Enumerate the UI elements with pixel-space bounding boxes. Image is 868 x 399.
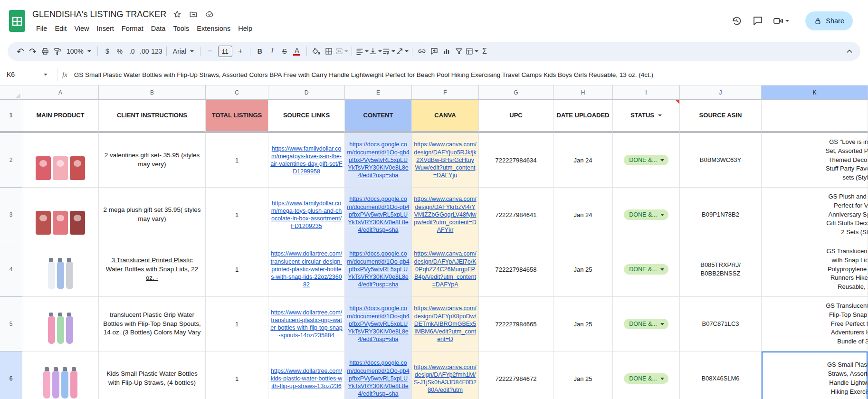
- header-date-uploaded[interactable]: DATE UPLOADED: [553, 100, 613, 133]
- cell-d4-source-link[interactable]: https://www.dollartree.com/translucent-c…: [268, 242, 345, 297]
- cell-h6-date[interactable]: Jan 25: [553, 352, 613, 399]
- merge-cells-icon[interactable]: [335, 45, 348, 58]
- star-icon[interactable]: [172, 9, 182, 19]
- undo-icon[interactable]: ↶: [14, 45, 27, 58]
- cell-g2-upc[interactable]: 722227984634: [479, 133, 553, 188]
- format-percent-icon[interactable]: %: [114, 45, 126, 58]
- cell-i3-status[interactable]: DONE &...: [613, 188, 680, 242]
- move-folder-icon[interactable]: [188, 9, 199, 19]
- link-text[interactable]: https://www.canva.com/design/DAFYpAJEj7o…: [414, 250, 477, 288]
- row-header-1[interactable]: 1: [0, 100, 22, 133]
- meet-dropdown-icon[interactable]: [785, 20, 789, 22]
- menu-help[interactable]: Help: [234, 24, 256, 33]
- status-chip[interactable]: DONE &...: [624, 264, 668, 275]
- cell-f6-canva-link[interactable]: https://www.canva.com/design/DAFYp2fmh1M…: [412, 352, 479, 399]
- cell-e5-content-link[interactable]: https://docs.google.com/document/d/1Oo-q…: [345, 297, 412, 352]
- cell-a3-product-image[interactable]: [22, 188, 99, 242]
- meet-call-button[interactable]: [772, 15, 789, 27]
- zoom-control[interactable]: 100%: [64, 45, 94, 57]
- link-text[interactable]: https://www.dollartree.com/translucent-p…: [270, 309, 343, 340]
- cloud-status-icon[interactable]: [204, 9, 215, 19]
- link-text[interactable]: https://docs.google.com/document/d/1Oo-q…: [347, 304, 410, 343]
- name-box[interactable]: K6: [7, 71, 52, 78]
- cell-h2-date[interactable]: Jan 24: [553, 133, 613, 188]
- column-header-h[interactable]: H: [553, 86, 613, 100]
- document-title[interactable]: GLENDISHA's LISTING TRACKER: [32, 10, 166, 19]
- link-text[interactable]: https://docs.google.com/document/d/1Oo-q…: [347, 141, 410, 179]
- link-text[interactable]: https://www.canva.com/design/DAFYkrbzVl4…: [414, 195, 477, 234]
- header-source-links[interactable]: SOURCE LINKS: [268, 100, 345, 133]
- cell-f4-canva-link[interactable]: https://www.canva.com/design/DAFYpAJEj7o…: [412, 242, 479, 297]
- cell-b6-instructions[interactable]: Kids Small Plastic Water Bottles with Fl…: [99, 352, 206, 399]
- cell-a5-product-image[interactable]: [22, 297, 99, 352]
- text-rotation-icon[interactable]: [395, 45, 409, 58]
- status-chip[interactable]: DONE &...: [624, 373, 668, 384]
- header-k-empty[interactable]: [762, 100, 868, 133]
- cell-k5[interactable]: GS Translucent Plastic Grip Flip-Top Sna…: [762, 297, 868, 352]
- row-header-2[interactable]: 2: [0, 133, 22, 188]
- cell-g6-upc[interactable]: 722227984672: [479, 352, 553, 399]
- link-text[interactable]: https://www.dollartree.com/kids-plastic-…: [270, 367, 343, 390]
- cell-f3-canva-link[interactable]: https://www.canva.com/design/DAFYkrbzVl4…: [412, 188, 479, 242]
- collapse-toolbar-icon[interactable]: [843, 45, 856, 58]
- cell-j6-asin[interactable]: B08X46SLM6: [680, 352, 762, 399]
- row-header-3[interactable]: 3: [0, 188, 22, 242]
- cell-b4-instructions[interactable]: 3 Translucent Printed Plastic Water Bott…: [99, 242, 206, 297]
- row-header-6-selected[interactable]: 6: [0, 352, 22, 399]
- sheets-logo-icon[interactable]: [7, 8, 28, 34]
- font-size-input[interactable]: 11: [218, 46, 232, 57]
- header-total-listings[interactable]: TOTAL LISTINGS: [206, 100, 268, 133]
- cell-d5-source-link[interactable]: https://www.dollartree.com/translucent-p…: [268, 297, 345, 352]
- row-header-5[interactable]: 5: [0, 297, 22, 352]
- print-icon[interactable]: [39, 45, 51, 58]
- cell-a2-product-image[interactable]: [22, 133, 99, 188]
- link-text[interactable]: https://www.dollartree.com/translucent-c…: [270, 250, 343, 288]
- strikethrough-icon[interactable]: S: [278, 45, 291, 58]
- decrease-decimals-icon[interactable]: .0: [126, 45, 138, 58]
- version-history-icon[interactable]: [730, 14, 744, 28]
- cell-c2-total[interactable]: 1: [206, 133, 268, 188]
- header-main-product[interactable]: MAIN PRODUCT: [22, 100, 99, 133]
- link-text[interactable]: https://www.familydollar.com/mega-toys-p…: [270, 200, 343, 230]
- menu-edit[interactable]: Edit: [51, 24, 70, 33]
- cell-f5-canva-link[interactable]: https://www.canva.com/design/DAFYpX8poDw…: [412, 297, 479, 352]
- insert-comment-icon[interactable]: [428, 45, 440, 58]
- column-header-i[interactable]: I: [613, 86, 680, 100]
- header-client-instructions[interactable]: CLIENT INSTRUCTIONS: [99, 100, 206, 133]
- link-text[interactable]: https://www.canva.com/design/DAFYp2fmh1M…: [414, 363, 477, 394]
- status-chip[interactable]: DONE &...: [624, 209, 668, 220]
- formula-input[interactable]: GS Small Plastic Water Bottles with Flip…: [74, 71, 868, 78]
- link-text[interactable]: https://www.canva.com/design/DAFYpX8poDw…: [414, 304, 477, 343]
- cell-k6-selected[interactable]: GS Small Plastic Water Bo Straws, Assort…: [762, 352, 868, 399]
- borders-icon[interactable]: [323, 45, 335, 58]
- status-filter-dropdown-icon[interactable]: [658, 114, 662, 116]
- cell-c6-total[interactable]: 1: [206, 352, 268, 399]
- bold-icon[interactable]: B: [254, 45, 266, 58]
- status-chip[interactable]: DONE &...: [624, 155, 668, 165]
- cell-k4[interactable]: GS Translucent Printed Pla with Snap Lid…: [762, 242, 868, 297]
- increase-font-size-icon[interactable]: +: [234, 45, 247, 58]
- cell-b3-instructions[interactable]: 2 mega plush gift set 35.95( styles may …: [99, 188, 206, 242]
- link-text[interactable]: https://www.familydollar.com/megatoys-lo…: [270, 145, 343, 176]
- header-upc[interactable]: UPC: [479, 100, 553, 133]
- header-canva[interactable]: CANVA: [412, 100, 479, 133]
- text-wrap-icon[interactable]: [382, 45, 395, 58]
- cell-g5-upc[interactable]: 722227984665: [479, 297, 553, 352]
- horizontal-align-icon[interactable]: [355, 45, 369, 58]
- menu-tools[interactable]: Tools: [169, 24, 193, 33]
- column-header-j[interactable]: J: [680, 86, 762, 100]
- cell-b5-instructions[interactable]: translucent Plastic Grip Water Bottles w…: [99, 297, 206, 352]
- cell-i6-status[interactable]: DONE &...: [613, 352, 680, 399]
- link-text[interactable]: https://www.canva.com/design/DAFYjuo5RJk…: [414, 141, 477, 179]
- cell-j5-asin[interactable]: B07C871LC3: [680, 297, 762, 352]
- menu-format[interactable]: Format: [118, 24, 147, 33]
- cell-i2-status[interactable]: DONE &...: [613, 133, 680, 188]
- column-header-b[interactable]: B: [99, 86, 206, 100]
- column-header-c[interactable]: C: [206, 86, 268, 100]
- cell-d3-source-link[interactable]: https://www.familydollar.com/mega-toys-p…: [268, 188, 345, 242]
- decrease-font-size-icon[interactable]: −: [204, 45, 216, 58]
- cell-a4-product-image[interactable]: [22, 242, 99, 297]
- cell-k3[interactable]: GS Plush and Chocolate i Perfect for Val…: [762, 188, 868, 242]
- header-source-asin[interactable]: SOURCE ASIN: [680, 100, 762, 133]
- cell-e4-content-link[interactable]: https://docs.google.com/document/d/1Oo-q…: [345, 242, 412, 297]
